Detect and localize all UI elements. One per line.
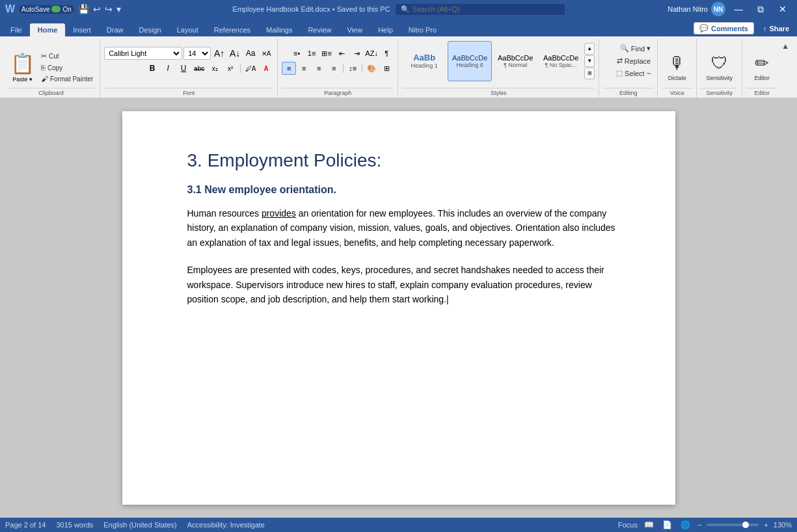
style-heading6[interactable]: AaBbCcDe Heading 6	[448, 41, 492, 81]
qat-dropdown-icon[interactable]: ▾	[116, 4, 121, 14]
show-marks-button[interactable]: ¶	[379, 47, 394, 60]
zoom-level[interactable]: 130%	[774, 521, 792, 529]
font-family-select[interactable]: Calibri Light	[104, 47, 182, 60]
tab-file[interactable]: File	[3, 23, 30, 36]
autosave-dot	[51, 6, 61, 12]
sort-button[interactable]: AZ↓	[364, 47, 379, 60]
zoom-plus-button[interactable]: +	[764, 521, 768, 529]
shading-button[interactable]: 🎨	[364, 62, 379, 75]
document-area: 3. Employment Policies: 3.1 New employee…	[0, 98, 797, 518]
title-center: Employee Handbook Edit.docx • Saved to t…	[202, 4, 595, 15]
select-icon: ⬚	[616, 69, 623, 77]
zoom-slider[interactable]	[707, 524, 759, 526]
bullets-button[interactable]: ≡•	[290, 47, 304, 60]
align-right-button[interactable]: ≡	[312, 62, 326, 75]
find-dropdown-icon: ▾	[647, 44, 651, 53]
style-heading1[interactable]: AaBb Heading 1	[402, 41, 446, 81]
redo-icon[interactable]: ↪	[105, 4, 113, 14]
dictate-button[interactable]: 🎙 Dictate	[663, 52, 692, 83]
ribbon: 📋 Paste ▾ ✂ Cut ⎘ Copy 🖌 Format Painter	[0, 36, 797, 98]
tab-mailings[interactable]: Mailings	[258, 23, 300, 36]
multilevel-button[interactable]: ⊞≡	[319, 47, 334, 60]
italic-button[interactable]: I	[161, 62, 175, 75]
undo-icon[interactable]: ↩	[93, 4, 101, 14]
sensitivity-group: 🛡 Sensitivity Sensitivity	[697, 39, 742, 98]
replace-button[interactable]: ⇄ Replace	[614, 55, 653, 66]
strikethrough-button[interactable]: abc	[192, 62, 206, 75]
cut-button[interactable]: ✂ Cut	[38, 51, 96, 62]
zoom-thumb	[742, 522, 749, 528]
minimize-button[interactable]: —	[729, 0, 748, 18]
font-size-select[interactable]: 14	[183, 47, 211, 60]
tab-insert[interactable]: Insert	[65, 23, 99, 36]
styles-scroll-up[interactable]: ▲	[584, 43, 595, 55]
comments-button[interactable]: 💬 Comments	[694, 22, 754, 34]
restore-button[interactable]: ⧉	[751, 0, 770, 18]
font-color-button[interactable]: A	[259, 62, 273, 75]
tab-layout[interactable]: Layout	[169, 23, 206, 36]
autosave-toggle[interactable]: AutoSave On	[19, 5, 74, 14]
font-grow-button[interactable]: A↑	[212, 47, 226, 60]
underline-button[interactable]: U	[176, 62, 191, 75]
style-normal[interactable]: AaBbCcDe ¶ Normal	[493, 41, 537, 81]
dictate-icon: 🎙	[669, 53, 686, 73]
justify-button[interactable]: ≡	[327, 62, 341, 75]
share-button[interactable]: ↑ Share	[758, 23, 794, 34]
document-scroll[interactable]: 3. Employment Policies: 3.1 New employee…	[0, 98, 797, 518]
clear-format-button[interactable]: ✕A	[259, 47, 273, 60]
subscript-button[interactable]: x₂	[208, 62, 222, 75]
search-input[interactable]	[412, 5, 556, 13]
tab-home[interactable]: Home	[30, 23, 66, 36]
decrease-indent-button[interactable]: ⇤	[334, 47, 349, 60]
close-button[interactable]: ✕	[774, 0, 792, 18]
comment-icon: 💬	[699, 24, 709, 33]
font-group: Calibri Light 14 A↑ A↓ Aa ✕A B I U abc x…	[100, 39, 278, 98]
line-spacing-button[interactable]: ↕≡	[345, 62, 360, 75]
status-bar-right: Focus 📖 📄 🌐 − + 130%	[618, 520, 792, 530]
save-icon[interactable]: 💾	[78, 4, 89, 14]
voice-label: Voice	[662, 88, 692, 98]
voice-group: 🎙 Dictate Voice	[658, 39, 697, 98]
clipboard-small-buttons: ✂ Cut ⎘ Copy 🖌 Format Painter	[38, 51, 96, 84]
styles-expand[interactable]: ⊞	[584, 68, 595, 79]
find-button[interactable]: 🔍 Find ▾	[617, 43, 653, 54]
tab-design[interactable]: Design	[131, 23, 169, 36]
paste-button[interactable]: 📋 Paste ▾	[7, 51, 38, 84]
numbering-button[interactable]: 1≡	[304, 47, 319, 60]
title-bar-left: W AutoSave On 💾 ↩ ↪ ▾	[5, 3, 202, 15]
tab-help[interactable]: Help	[370, 23, 401, 36]
tab-nitro-pro[interactable]: Nitro Pro	[401, 23, 444, 36]
tab-view[interactable]: View	[339, 23, 370, 36]
copy-button[interactable]: ⎘ Copy	[38, 62, 96, 73]
search-bar[interactable]: 🔍	[396, 4, 565, 15]
zoom-minus-button[interactable]: −	[697, 521, 701, 529]
tab-draw[interactable]: Draw	[99, 23, 131, 36]
accessibility-status[interactable]: Accessibility: Investigate	[187, 521, 265, 529]
format-painter-button[interactable]: 🖌 Format Painter	[38, 73, 96, 84]
increase-indent-button[interactable]: ⇥	[349, 47, 364, 60]
text-highlight-button[interactable]: 🖊A	[243, 62, 258, 75]
styles-scroll-down[interactable]: ▼	[584, 55, 595, 67]
focus-button[interactable]: Focus	[618, 521, 638, 529]
ribbon-collapse-button[interactable]: ▲	[781, 42, 789, 51]
tab-review[interactable]: Review	[300, 23, 339, 36]
clipboard-group: 📋 Paste ▾ ✂ Cut ⎘ Copy 🖌 Format Painter	[3, 39, 100, 98]
document-page: 3. Employment Policies: 3.1 New employee…	[122, 111, 675, 505]
view-print-button[interactable]: 📄	[661, 520, 674, 530]
text-cursor	[446, 294, 449, 304]
superscript-button[interactable]: x²	[223, 62, 237, 75]
sensitivity-button[interactable]: 🛡 Sensitivity	[701, 52, 738, 83]
font-shrink-button[interactable]: A↓	[228, 47, 242, 60]
tab-references[interactable]: References	[206, 23, 258, 36]
view-web-button[interactable]: 🌐	[679, 520, 692, 530]
align-left-button[interactable]: ≡	[282, 62, 296, 75]
change-case-button[interactable]: Aa	[243, 47, 258, 60]
editor-button[interactable]: ✏ Editor	[749, 52, 775, 83]
style-no-spacing[interactable]: AaBbCcDe ¶ No Spac...	[539, 41, 583, 81]
select-button[interactable]: ⬚ Select ~	[614, 68, 653, 79]
bold-button[interactable]: B	[145, 62, 159, 75]
align-center-button[interactable]: ≡	[297, 62, 311, 75]
view-read-button[interactable]: 📖	[643, 520, 656, 530]
editor-group: ✏ Editor Editor	[742, 39, 781, 98]
borders-button[interactable]: ⊞	[379, 62, 394, 75]
